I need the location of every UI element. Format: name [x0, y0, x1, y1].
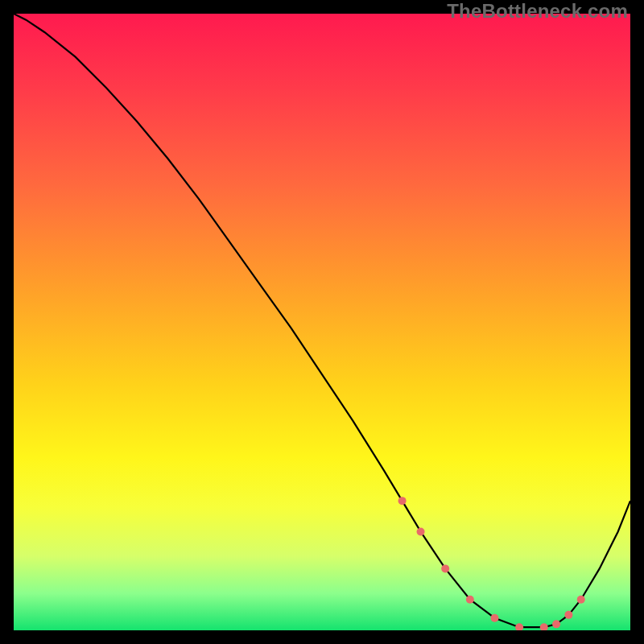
marker-dot	[577, 596, 585, 604]
curve-layer	[14, 14, 630, 630]
marker-dot	[398, 497, 407, 505]
marker-dot	[564, 611, 572, 619]
plot-area	[14, 14, 630, 630]
attribution-text: TheBottleneck.com	[447, 0, 628, 23]
marker-dot	[552, 620, 560, 628]
data-markers	[398, 497, 585, 630]
bottleneck-curve	[14, 14, 630, 627]
marker-dot	[417, 527, 425, 535]
marker-dot	[441, 564, 449, 572]
marker-dot	[515, 623, 523, 630]
chart-stage: TheBottleneck.com	[0, 0, 644, 644]
marker-dot	[540, 623, 548, 630]
marker-dot	[490, 614, 498, 622]
marker-dot	[466, 596, 474, 604]
